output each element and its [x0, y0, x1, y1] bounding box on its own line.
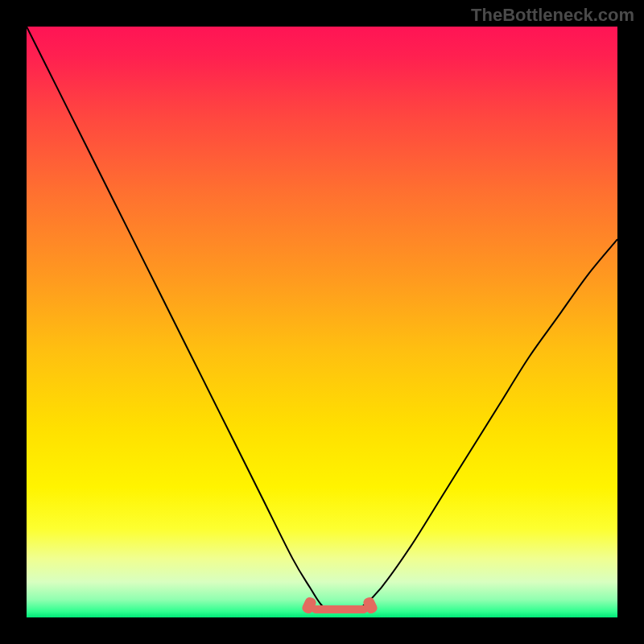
bottleneck-curve: [27, 27, 617, 617]
valley-marker-flat: [312, 605, 367, 613]
watermark-text: TheBottleneck.com: [471, 5, 634, 26]
chart-plot-area: [27, 27, 617, 617]
